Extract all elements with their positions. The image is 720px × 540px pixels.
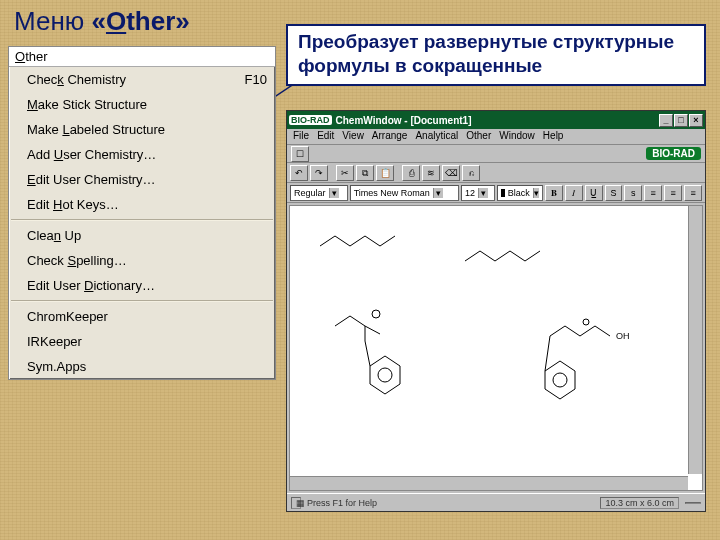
svg-point-4 [378,368,392,382]
menu-separator [11,219,273,221]
close-button[interactable]: × [689,114,703,127]
title-word-menu: Меню [14,6,92,36]
minimize-button[interactable]: _ [659,114,673,127]
italic-button[interactable]: 𝐼 [565,185,583,201]
maximize-button[interactable]: □ [674,114,688,127]
svg-text:OH: OH [616,331,630,341]
toolbar-button[interactable]: ⎌ [462,165,480,181]
toolbar-button[interactable]: 📋 [376,165,394,181]
brand-row: ☐ BIO-RAD [287,145,705,163]
status-dimensions: 10.3 cm x 6.0 cm [600,497,679,509]
menu-separator [11,300,273,302]
svg-line-2 [365,326,380,334]
menu-window[interactable]: Window [499,130,535,143]
svg-point-1 [372,310,380,318]
menu-edit[interactable]: Edit [317,130,334,143]
toolbar-button[interactable]: ⧉ [356,165,374,181]
menu-item-make-stick-structure[interactable]: Make Stick Structure [9,92,275,117]
toolbar-button[interactable]: ✂ [336,165,354,181]
svg-marker-6 [545,361,575,399]
other-menu-dropdown: Other Check Chemistry F10 Make Stick Str… [8,46,276,380]
horizontal-scrollbar[interactable] [290,476,688,490]
menu-item-check-spelling[interactable]: Check Spelling… [9,248,275,273]
menu-analytical[interactable]: Analytical [415,130,458,143]
chevron-down-icon: ▾ [533,188,539,198]
svg-point-9 [583,319,589,325]
svg-marker-3 [370,356,400,394]
font-name-combo[interactable]: Times New Roman▾ [350,185,459,201]
menu-item-irkeeper[interactable]: IRKeeper [9,329,275,354]
subscript-button[interactable]: s [624,185,642,201]
toolbar-row-1: ↶ ↷ ✂ ⧉ 📋 ⎙ ≋ ⌫ ⎌ [287,163,705,183]
font-style-combo[interactable]: Regular▾ [290,185,348,201]
chemwindow-app: BIO-RAD ChemWindow - [Document1] _ □ × F… [286,110,706,512]
app-logo: BIO-RAD [289,115,332,125]
toolbar-button[interactable]: ↶ [290,165,308,181]
superscript-button[interactable]: S [605,185,623,201]
underline-button[interactable]: U̲ [585,185,603,201]
toolbar-button[interactable]: ☐ [291,146,309,162]
toolbar-button[interactable]: ↷ [310,165,328,181]
status-icon: ▦ [291,497,301,509]
chevron-down-icon: ▾ [433,188,443,198]
menu-other[interactable]: Other [466,130,491,143]
align-button[interactable]: ≡ [644,185,662,201]
slide-title: Меню «Other» [14,6,190,37]
status-bar: ▦ Press F1 for Help 10.3 cm x 6.0 cm [287,493,705,511]
menu-title: Other [9,47,275,67]
menu-item-clean-up[interactable]: Clean Up [9,223,275,248]
title-word-other: «Other» [92,6,190,36]
toolbar-button[interactable]: ≋ [422,165,440,181]
menu-item-edit-hot-keys[interactable]: Edit Hot Keys… [9,192,275,217]
menu-item-add-user-chemistry[interactable]: Add User Chemistry… [9,142,275,167]
font-color-combo[interactable]: Black▾ [497,185,543,201]
menu-arrange[interactable]: Arrange [372,130,408,143]
align-button[interactable]: ≡ [684,185,702,201]
svg-point-7 [553,373,567,387]
toolbar-button[interactable]: ⌫ [442,165,460,181]
toolbar-row-2: Regular▾ Times New Roman▾ 12▾ Black▾ 𝐁 𝐼… [287,183,705,203]
shortcut: F10 [245,72,267,87]
svg-line-5 [365,341,370,366]
menu-view[interactable]: View [342,130,364,143]
drawing-canvas[interactable]: OH [289,205,703,491]
menu-help[interactable]: Help [543,130,564,143]
vertical-scrollbar[interactable] [688,206,702,474]
align-button[interactable]: ≡ [664,185,682,201]
titlebar[interactable]: BIO-RAD ChemWindow - [Document1] _ □ × [287,111,705,129]
callout-box: Преобразует развернутые структурные форм… [286,24,706,86]
menu-item-chromkeeper[interactable]: ChromKeeper [9,304,275,329]
chevron-down-icon: ▾ [329,188,339,198]
callout-text: Преобразует развернутые структурные форм… [298,31,674,76]
status-hint: Press F1 for Help [307,498,377,508]
window-title: ChemWindow - [Document1] [336,115,472,126]
font-size-combo[interactable]: 12▾ [461,185,495,201]
bold-button[interactable]: 𝐁 [545,185,563,201]
menu-item-edit-user-chemistry[interactable]: Edit User Chemistry… [9,167,275,192]
svg-line-8 [545,336,550,371]
toolbar-button[interactable]: ⎙ [402,165,420,181]
menu-item-symapps[interactable]: Sym.Apps [9,354,275,379]
biorad-badge: BIO-RAD [646,147,701,160]
menu-item-make-labeled-structure[interactable]: Make Labeled Structure [9,117,275,142]
menu-item-check-chemistry[interactable]: Check Chemistry F10 [9,67,275,92]
molecule-structures: OH [290,206,702,490]
menu-file[interactable]: File [293,130,309,143]
status-cell [685,502,701,504]
menubar: File Edit View Arrange Analytical Other … [287,129,705,145]
chevron-down-icon: ▾ [478,188,488,198]
menu-item-edit-user-dictionary[interactable]: Edit User Dictionary… [9,273,275,298]
